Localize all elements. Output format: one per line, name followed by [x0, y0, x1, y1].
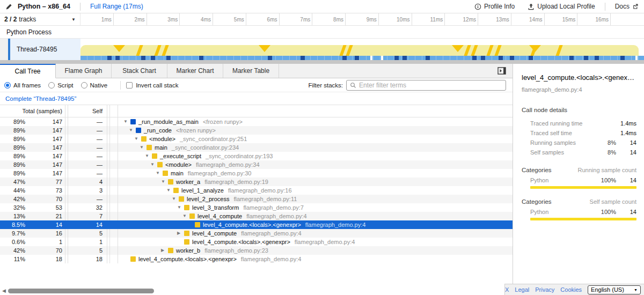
expander-icon[interactable]: ▼	[177, 203, 184, 212]
call-tree-row[interactable]: 89%147—▼_execute_script_sync_coordinator…	[0, 152, 513, 160]
total-samples: 147	[25, 117, 65, 126]
expander-icon[interactable]: ▼	[145, 152, 152, 160]
expander-icon[interactable]: ▼	[129, 126, 136, 135]
expander-icon[interactable]: ▶	[177, 229, 184, 238]
horizontal-scrollbar[interactable]: ◀	[0, 287, 504, 294]
call-tree-row[interactable]: 11%1818level_4_compute.<locals>.<genexpr…	[0, 255, 513, 263]
filter-stacks-input[interactable]: Enter filter terms	[346, 80, 506, 91]
radio-all-frames[interactable]: All frames	[4, 82, 41, 88]
thread-activity-graph[interactable]	[80, 39, 644, 60]
tab-flame-graph[interactable]: Flame Graph	[56, 64, 112, 78]
tracks-dropdown[interactable]: 2 / 2 tracks ▼	[0, 13, 80, 25]
expander-icon[interactable]: ▼	[123, 117, 130, 126]
ruler-tick: 1ms	[80, 13, 114, 25]
edit-pencil-icon[interactable]	[5, 3, 12, 10]
self-samples: —	[68, 135, 107, 143]
invert-call-stack-checkbox[interactable]: Invert call stack	[126, 82, 178, 88]
total-samples: 147	[25, 169, 65, 178]
tab-stack-chart[interactable]: Stack Chart	[112, 64, 167, 78]
marker-slash-icon	[494, 45, 501, 56]
checkbox-icon	[126, 82, 133, 88]
divider	[120, 81, 121, 90]
chevron-down-icon: ▼	[634, 288, 638, 292]
upload-profile-button[interactable]: Upload Local Profile	[528, 3, 595, 10]
scroll-left-icon[interactable]: ◀	[2, 288, 6, 293]
ruler-tick: 4ms	[180, 13, 213, 25]
footer-cookies-link[interactable]: Cookies	[560, 286, 582, 293]
call-tree-row[interactable]: 47%774▼worker_aflamegraph_demo.py:19	[0, 178, 513, 186]
function-name: main	[171, 169, 184, 178]
ruler-tick: 6ms	[246, 13, 280, 25]
process-track[interactable]: Python Process	[0, 26, 644, 39]
language-select[interactable]: English (US) ▼	[588, 285, 641, 294]
call-tree-row[interactable]: 89%147—▼_run_module_as_main<frozen runpy…	[0, 117, 513, 126]
profile-info-button[interactable]: Profile Info	[474, 3, 515, 10]
call-tree-row[interactable]: 32%5332▼level_3_transformflamegraph_demo…	[0, 203, 513, 212]
call-tree-row[interactable]: 89%147—▼<module>_sync_coordinator.py:251	[0, 135, 513, 143]
category-icon	[130, 119, 136, 124]
call-tree-row[interactable]: 42%705▶worker_bflamegraph_demo.py:23	[0, 246, 513, 255]
total-samples: 18	[25, 255, 65, 263]
call-tree-row[interactable]: 13%217▼level_4_computeflamegraph_demo.py…	[0, 212, 513, 220]
expander-icon[interactable]: ▼	[156, 169, 163, 178]
call-tree-row[interactable]: 89%147—▼_run_code<frozen runpy>	[0, 126, 513, 135]
self-samples: 5	[68, 246, 107, 255]
sample-dark-segment	[199, 56, 203, 60]
call-node-details-heading: Call node details	[522, 107, 636, 113]
thread-track[interactable]: Thread-78495	[0, 39, 644, 60]
breadcrumb-complete-thread[interactable]: Complete “Thread-78495”	[5, 95, 76, 102]
expander-icon[interactable]: ▼	[140, 143, 147, 152]
marker-slash-icon	[155, 45, 162, 56]
marker-slash-icon	[487, 45, 494, 56]
call-tree-row[interactable]: 89%147—▼mainflamegraph_demo.py:30	[0, 169, 513, 178]
call-tree-row[interactable]: 8.5%1414level_4_compute.<locals>.<genexp…	[0, 220, 513, 229]
call-tree-row[interactable]: 42%70—▼level_2_processflamegraph_demo.py…	[0, 195, 513, 203]
panel-splitter[interactable]	[0, 60, 644, 64]
sample-dark-segment	[584, 56, 588, 60]
call-tree-row[interactable]: 89%147—▼main_sync_coordinator.py:234	[0, 143, 513, 152]
sidebar: level_4_compute.<locals>.<genexpr> flame…	[513, 64, 644, 295]
footer-legal-link[interactable]: Legal	[515, 286, 529, 293]
call-tree-row[interactable]: 9.7%165▶level_4_computeflamegraph_demo.p…	[0, 229, 513, 238]
footer-close-link[interactable]: X	[505, 286, 509, 293]
timeline-header: 2 / 2 tracks ▼ 1ms2ms3ms4ms5ms6ms7ms8ms9…	[0, 13, 644, 26]
call-tree-row[interactable]: 0.6%11level_4_compute.<locals>.<genexpr>…	[0, 238, 513, 246]
footer-privacy-link[interactable]: Privacy	[535, 286, 554, 293]
expander-icon[interactable]: ▼	[172, 195, 179, 203]
total-percent: 89%	[0, 169, 25, 178]
sample-dark-segment	[510, 56, 514, 60]
docs-link[interactable]: Docs	[615, 3, 639, 10]
total-samples: 73	[25, 186, 65, 195]
function-name: level_4_compute	[197, 212, 242, 220]
scrollbar-thumb[interactable]	[8, 289, 154, 293]
info-icon	[474, 3, 481, 10]
total-percent: 89%	[0, 152, 25, 160]
call-tree-row[interactable]: 44%733▼level_1_analyzeflamegraph_demo.py…	[0, 186, 513, 195]
marker-slash-icon	[346, 45, 353, 56]
self-samples: —	[68, 160, 107, 169]
function-name: level_4_compute.<locals>.<genexpr>	[138, 255, 237, 263]
tab-bar: Call Tree Flame Graph Stack Chart Marker…	[0, 64, 513, 78]
radio-script[interactable]: Script	[48, 82, 73, 88]
selected-node-name: level_4_compute.<locals>.<genexpr>	[522, 73, 636, 82]
column-self[interactable]: Self	[68, 105, 107, 117]
expander-icon[interactable]: ▶	[161, 246, 168, 255]
expander-icon[interactable]: ▼	[161, 178, 168, 186]
expander-icon[interactable]: ▼	[150, 160, 157, 169]
tab-marker-table[interactable]: Marker Table	[223, 64, 279, 78]
ruler-tick: 2ms	[114, 13, 147, 25]
radio-native[interactable]: Native	[81, 82, 108, 88]
tab-marker-chart[interactable]: Marker Chart	[167, 64, 223, 78]
column-total-samples[interactable]: Total (samples)	[0, 105, 65, 117]
expander-icon[interactable]: ▼	[182, 212, 189, 220]
expander-icon[interactable]: ▼	[166, 186, 173, 195]
full-range-button[interactable]: Full Range (17ms)	[90, 3, 143, 10]
tab-call-tree[interactable]: Call Tree	[0, 64, 56, 78]
expander-icon[interactable]: ▼	[134, 135, 141, 143]
sidebar-toggle-icon[interactable]	[497, 67, 506, 77]
self-samples: 3	[68, 186, 107, 195]
total-samples: 70	[25, 195, 65, 203]
call-tree-row[interactable]: 89%147—▼<module>flamegraph_demo.py:34	[0, 160, 513, 169]
thread-track-label[interactable]: Thread-78495	[10, 39, 80, 60]
total-percent: 44%	[0, 186, 25, 195]
